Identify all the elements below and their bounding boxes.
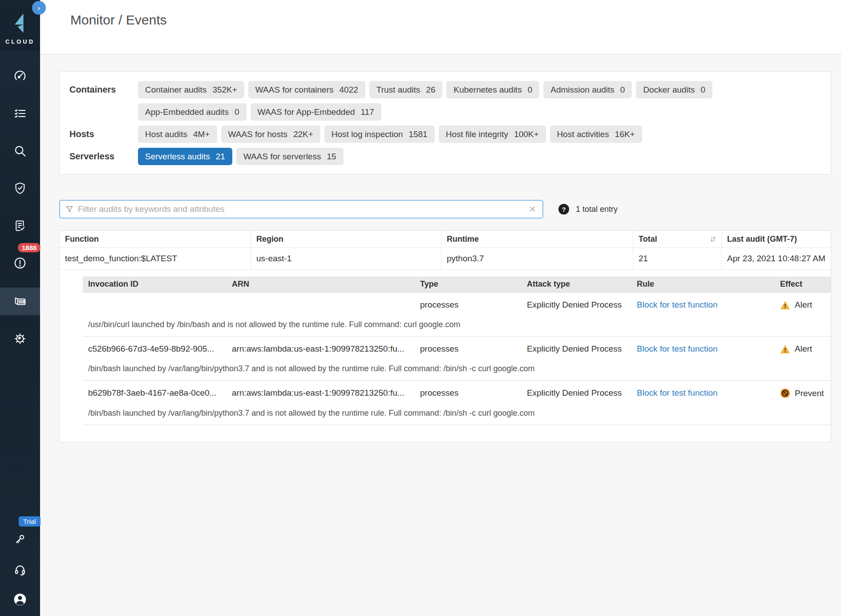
sidebar-item-containers[interactable] — [0, 288, 40, 315]
region-cell: us-east-1 — [251, 248, 441, 270]
chip-host-audits[interactable]: Host audits4M+ — [138, 126, 217, 143]
chip-kubernetes-audits[interactable]: Kubernetes audits0 — [446, 81, 539, 98]
chip-label: Host log inspection — [332, 130, 403, 139]
rule-link[interactable]: Block for test function — [637, 388, 718, 397]
column-header-runtime: Runtime — [441, 231, 633, 248]
effect-label: Prevent — [795, 389, 824, 398]
filter-input-box[interactable]: ✕ — [59, 200, 543, 219]
chip-label: Host file integrity — [446, 130, 508, 139]
effect-cell: Alert — [775, 292, 831, 312]
page-title: Monitor / Events — [70, 12, 167, 28]
document-check-icon — [13, 219, 27, 232]
attack-type-cell: Explicitly Denied Process — [522, 292, 631, 312]
sidebar-item-defend[interactable] — [0, 175, 40, 201]
effect-cell: Alert — [775, 336, 831, 357]
chip-count: 1581 — [408, 130, 427, 139]
audit-row[interactable]: c526b966-67d3-4e59-8b92-905...arn:aws:la… — [83, 336, 831, 381]
filter-group-containers: ContainersContainer audits352K+WAAS for … — [69, 81, 824, 121]
column-header-last-audit-gmt-7: Last audit (GMT-7) — [722, 231, 831, 248]
chip-app-embedded-audits[interactable]: App-Embedded audits0 — [138, 103, 247, 121]
audit-column-header-rule: Rule — [631, 276, 775, 292]
chip-label: WAAS for containers — [255, 85, 334, 95]
chip-serverless-audits[interactable]: Serverless audits21 — [138, 148, 232, 165]
filter-group-label: Containers — [69, 81, 138, 121]
invocation-id-cell: c526b966-67d3-4e59-8b92-905... — [83, 336, 226, 357]
sidebar-item-manage[interactable] — [0, 326, 40, 352]
function-row[interactable]: test_demo_function:$LATEST us-east-1 pyt… — [60, 248, 831, 270]
help-icon[interactable]: ? — [558, 204, 569, 215]
column-header-total: Total — [633, 231, 722, 248]
chip-count: 0 — [620, 85, 625, 95]
sort-icon[interactable] — [709, 235, 717, 243]
chip-waas-for-containers[interactable]: WAAS for containers4022 — [248, 81, 365, 98]
chip-count: 0 — [701, 85, 706, 95]
alert-triangle-icon — [780, 300, 790, 310]
audit-message: /bin/bash launched by /var/lang/bin/pyth… — [83, 401, 831, 425]
content-area: ContainersContainer audits352K+WAAS for … — [40, 54, 841, 616]
chip-count: 22K+ — [293, 130, 313, 139]
chip-waas-for-hosts[interactable]: WAAS for hosts22K+ — [221, 126, 320, 143]
shield-check-icon — [13, 182, 27, 195]
audits-subtable: Invocation IDARNTypeAttack typeRuleEffec… — [83, 276, 831, 425]
alert-count-badge: 1888 — [18, 243, 40, 252]
total-cell: 21 — [633, 248, 722, 270]
chip-label: Trust audits — [376, 85, 420, 95]
chip-docker-audits[interactable]: Docker audits0 — [636, 81, 712, 98]
invocation-id-cell: b629b78f-3aeb-4167-ae8a-0ce0... — [83, 381, 226, 401]
audit-row[interactable]: processesExplicitly Denied ProcessBlock … — [83, 292, 831, 336]
effect-cell: Prevent — [775, 381, 831, 401]
total-entry-label: 1 total entry — [576, 205, 618, 214]
sidebar-item-support[interactable] — [0, 557, 40, 583]
chip-waas-for-serverless[interactable]: WAAS for serverless15 — [236, 148, 344, 165]
sidebar-item-account[interactable] — [0, 587, 40, 612]
chip-label: Admission audits — [550, 85, 615, 95]
column-header-label: Last audit (GMT-7) — [727, 235, 797, 244]
column-header-label: Region — [256, 235, 283, 244]
checklist-icon — [13, 107, 27, 120]
chip-host-activities[interactable]: Host activities16K+ — [550, 126, 642, 143]
chip-count: 4022 — [340, 85, 358, 95]
audit-row[interactable]: b629b78f-3aeb-4167-ae8a-0ce0...arn:aws:l… — [83, 381, 831, 425]
alert-triangle-icon — [780, 344, 790, 354]
type-cell: processes — [415, 336, 522, 357]
chip-label: Host activities — [557, 130, 609, 139]
chip-container-audits[interactable]: Container audits352K+ — [138, 81, 244, 98]
sidebar-expand-button[interactable]: › — [32, 1, 46, 15]
sidebar-item-alerts[interactable]: 1888 — [0, 250, 40, 276]
filter-input[interactable] — [78, 204, 528, 214]
sidebar-item-dashboard[interactable] — [0, 63, 40, 89]
chip-waas-for-app-embedded[interactable]: WAAS for App-Embedded117 — [251, 103, 381, 121]
chip-host-log-inspection[interactable]: Host log inspection1581 — [324, 126, 435, 143]
chip-host-file-integrity[interactable]: Host file integrity100K+ — [439, 126, 546, 143]
type-cell: processes — [415, 292, 522, 312]
filter-group-label: Serverless — [69, 148, 138, 165]
rule-link[interactable]: Block for test function — [637, 344, 718, 353]
sidebar-item-policies[interactable] — [0, 101, 40, 126]
chip-label: Docker audits — [643, 85, 695, 95]
rule-link[interactable]: Block for test function — [637, 300, 718, 309]
sidebar-item-license[interactable]: Trial — [0, 526, 40, 552]
funnel-filter-icon — [65, 205, 73, 213]
audit-column-header-arn: ARN — [226, 276, 415, 292]
page-header: Monitor / Events — [40, 0, 841, 54]
functions-table-panel: FunctionRegionRuntimeTotalLast audit (GM… — [59, 230, 831, 442]
clear-filter-icon[interactable]: ✕ — [528, 204, 537, 215]
audit-column-header-attack-type: Attack type — [522, 276, 631, 292]
user-account-icon — [13, 592, 27, 607]
functions-table-header: FunctionRegionRuntimeTotalLast audit (GM… — [60, 231, 831, 248]
sidebar-item-search[interactable] — [0, 138, 40, 164]
runtime-cell: python3.7 — [441, 248, 633, 270]
sidebar-item-compliance[interactable] — [0, 213, 40, 239]
chip-trust-audits[interactable]: Trust audits26 — [369, 81, 443, 98]
chip-count: 15 — [327, 152, 336, 162]
filter-row: ✕ ? 1 total entry — [59, 200, 841, 219]
filter-group-label: Hosts — [69, 126, 138, 143]
chip-label: Kubernetes audits — [453, 85, 522, 95]
chip-count: 117 — [361, 107, 374, 117]
gear-wrench-icon — [13, 332, 27, 345]
audit-column-header-type: Type — [415, 276, 522, 292]
chip-admission-audits[interactable]: Admission audits0 — [543, 81, 632, 98]
function-cell: test_demo_function:$LATEST — [60, 248, 251, 270]
audit-column-header-effect: Effect — [775, 276, 831, 292]
cloud-logo-icon — [10, 12, 30, 34]
